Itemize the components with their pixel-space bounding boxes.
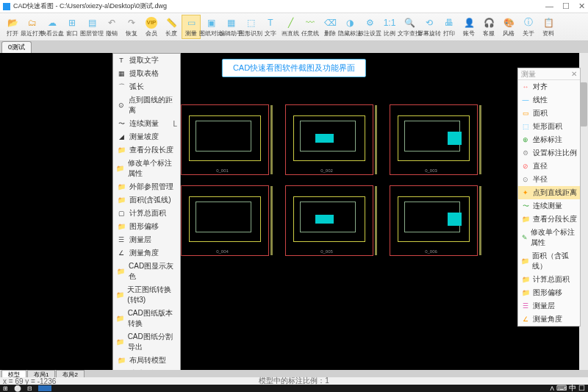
folder-icon: 📁	[116, 356, 126, 365]
tool-label: 快看云盘	[40, 29, 64, 38]
side-panel-header: 测量 ✕	[518, 68, 580, 80]
floorplan-thumb[interactable]: 0_005	[285, 185, 373, 256]
tool-label: 画直线	[282, 29, 299, 38]
menu-item[interactable]: 📁查看分段长度	[113, 143, 180, 157]
panel-item[interactable]: —线性	[518, 93, 580, 107]
close-button[interactable]: ✕	[578, 1, 585, 11]
menu-label: 天正图纸转换(转t3)	[127, 285, 177, 305]
menu-item[interactable]: ⌒弧长	[113, 80, 180, 93]
tool-撤销[interactable]: ↶撤销	[102, 15, 121, 39]
floorplan-thumb[interactable]: 0_003	[390, 104, 478, 175]
action-icon: ▦	[116, 69, 126, 78]
panel-item[interactable]: ⊘直径	[518, 160, 580, 173]
menu-item[interactable]: 〜连续测量L	[113, 117, 180, 130]
menu-item[interactable]: 📁外部参照管理	[113, 180, 180, 193]
tool-任意线[interactable]: 〰任意线	[301, 15, 320, 39]
panel-item[interactable]: ↔对齐	[518, 80, 580, 93]
menu-item[interactable]: ☰测量层	[113, 233, 180, 246]
menu-item[interactable]: 📁天正图纸转换(转t3)	[113, 283, 180, 307]
panel-item-label: 半径	[533, 174, 548, 185]
tool-icon: 🎨	[503, 17, 514, 29]
panel-item[interactable]: ⊙半径	[518, 173, 580, 186]
folder-icon: 📁	[116, 267, 126, 276]
panel-item[interactable]: 📁查看分段长度	[518, 213, 580, 226]
menu-item[interactable]: ⊙点到圆线的距离	[113, 93, 180, 117]
tool-恢复[interactable]: ↷恢复	[122, 15, 141, 39]
tool-文字[interactable]: T文字	[261, 15, 280, 39]
panel-item[interactable]: 📁图形偏移	[518, 286, 580, 299]
panel-item[interactable]: 📁计算总面积	[518, 273, 580, 286]
panel-item-icon: ∠	[521, 315, 530, 324]
menu-item[interactable]: 📁CAD图纸分割导出	[113, 330, 180, 354]
panel-item[interactable]: ✎修改单个标注属性	[518, 226, 580, 249]
panel-item[interactable]: ▭面积	[518, 107, 580, 120]
tool-删除[interactable]: ⌫删除	[320, 15, 340, 39]
floorplan-thumb[interactable]: 0_001	[181, 104, 269, 175]
tool-会员[interactable]: VIP会员	[142, 15, 161, 39]
search-icon[interactable]: ⚪	[14, 385, 21, 392]
file-tab[interactable]: 0测试	[1, 41, 32, 53]
tool-编辑助手[interactable]: ▦编辑助手	[221, 15, 240, 39]
scrollbar-thumb[interactable]	[580, 82, 587, 126]
side-panel-close-icon[interactable]: ✕	[571, 70, 577, 78]
tool-图形识别[interactable]: ⬚图形识别	[241, 15, 260, 39]
tool-窗口[interactable]: ⊞窗口	[62, 15, 82, 39]
tool-打开[interactable]: 📂打开	[3, 15, 22, 39]
menu-item[interactable]: 📁布局转模型	[113, 354, 180, 367]
floorplan-thumb[interactable]: 0_002	[285, 104, 373, 175]
panel-item[interactable]: ☰测量层	[518, 299, 580, 313]
task-view-icon[interactable]: ⊟	[27, 385, 32, 392]
tool-账号[interactable]: 👤账号	[459, 15, 478, 39]
drawing-canvas[interactable]: CAD快速看图软件截图及功能界面 T提取文字▦提取表格⌒弧长⊙点到圆线的距离〜连…	[0, 53, 588, 370]
maximize-button[interactable]: ☐	[562, 1, 570, 11]
menu-item[interactable]: 📁修改单个标注属性	[113, 157, 180, 180]
menu-item[interactable]: ◢测量坡度	[113, 130, 180, 143]
tool-隐藏标注[interactable]: ◑隐藏标注	[340, 15, 359, 39]
panel-item[interactable]: ✦点到直线距离	[518, 186, 580, 199]
menu-item[interactable]: 📁快捷键设置	[113, 367, 180, 370]
tool-资料[interactable]: 📋资料	[539, 15, 558, 39]
panel-item[interactable]: 📁面积（含弧线）	[518, 249, 580, 273]
tool-图层管理[interactable]: ▤图层管理	[82, 15, 101, 39]
side-panel-title: 测量	[521, 69, 536, 79]
main-toolbar: 📂打开🗂最近打开☁快看云盘⊞窗口▤图层管理↶撤销↷恢复VIP会员📏长度▭测量▣图…	[0, 13, 588, 41]
menu-item[interactable]: 📁CAD图显示灰色	[113, 260, 180, 283]
folder-icon: 📁	[116, 146, 126, 154]
menu-item[interactable]: 📁面积(含弧线)	[113, 193, 180, 207]
menu-item[interactable]: 📁CAD图纸版本转换	[113, 307, 180, 330]
tray-icons[interactable]: ∧ ⌨ 中 ☐	[549, 383, 585, 392]
menu-item[interactable]: 📁图形偏移	[113, 220, 180, 233]
tool-最近打开[interactable]: 🗂最近打开	[23, 15, 42, 39]
minimize-button[interactable]: —	[545, 1, 553, 11]
tool-比例[interactable]: 1:1比例	[380, 15, 399, 39]
tool-画直线[interactable]: ╱画直线	[281, 15, 300, 39]
menu-item[interactable]: ▦提取表格	[113, 67, 180, 80]
tool-关于[interactable]: ⓘ关于	[519, 15, 538, 39]
panel-item[interactable]: 〜连续测量	[518, 199, 580, 213]
panel-item[interactable]: ⊕坐标标注	[518, 133, 580, 146]
panel-item-label: 修改单个标注属性	[531, 227, 577, 248]
panel-item[interactable]: ∠测量角度	[518, 313, 580, 326]
tool-测量[interactable]: ▭测量	[182, 15, 201, 39]
menu-item[interactable]: T提取文字	[113, 54, 180, 67]
start-button[interactable]: ⊞	[3, 385, 8, 392]
floorplan-thumb[interactable]: 0_004	[181, 185, 269, 256]
tool-风格[interactable]: 🎨风格	[499, 15, 518, 39]
panel-item[interactable]: ⬚矩形面积	[518, 120, 580, 133]
folder-icon: 📁	[116, 196, 126, 204]
menu-item[interactable]: ∠测量角度	[113, 246, 180, 260]
tool-屏幕旋转[interactable]: ⟲屏幕旋转	[420, 15, 439, 39]
tool-打印[interactable]: 🖶打印	[440, 15, 459, 39]
tool-标注设置[interactable]: ⚙标注设置	[360, 15, 379, 39]
tool-文字查找[interactable]: 🔍文字查找	[400, 15, 419, 39]
taskbar-app[interactable]	[38, 385, 51, 391]
panel-item[interactable]: ⚙设置标注比例	[518, 146, 580, 160]
tool-快看云盘[interactable]: ☁快看云盘	[43, 15, 62, 39]
floorplan-thumb[interactable]: 0_006	[390, 185, 478, 256]
menu-item[interactable]: ▢计算总面积	[113, 207, 180, 220]
measure-side-panel: 测量 ✕ ↔对齐—线性▭面积⬚矩形面积⊕坐标标注⚙设置标注比例⊘直径⊙半径✦点到…	[517, 68, 581, 327]
tool-长度[interactable]: 📏长度	[162, 15, 181, 39]
panel-item-label: 连续测量	[533, 201, 562, 211]
tool-图纸对比[interactable]: ▣图纸对比	[201, 15, 220, 39]
tool-客服[interactable]: 🎧客服	[479, 15, 498, 39]
